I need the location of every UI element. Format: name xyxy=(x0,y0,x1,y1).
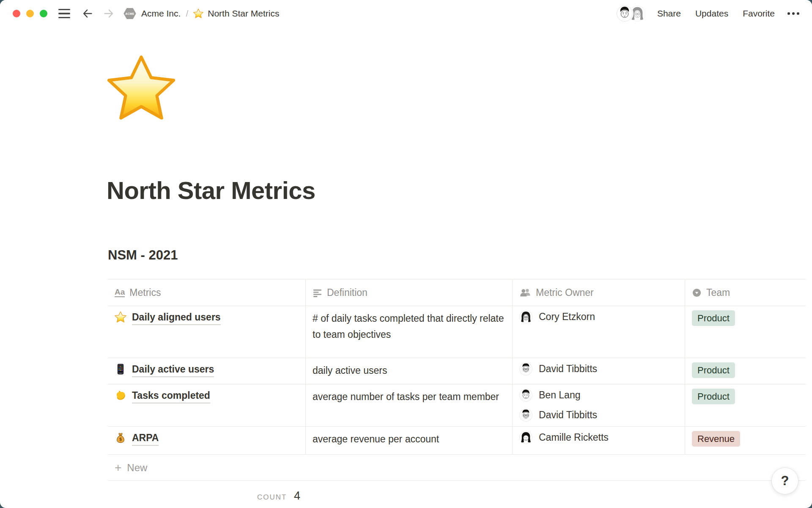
team-tag[interactable]: Revenue xyxy=(692,431,740,447)
metric-page-link[interactable]: ARPA xyxy=(132,431,159,446)
definition-cell[interactable]: # of daily tasks completed that directly… xyxy=(306,306,513,358)
team-cell: Product xyxy=(685,358,806,384)
metric-cell: Daily active users xyxy=(108,358,306,384)
breadcrumb-star-icon xyxy=(193,8,203,19)
person-property-icon xyxy=(519,287,531,298)
back-icon[interactable] xyxy=(81,7,94,20)
help-glyph: ? xyxy=(781,473,789,489)
viewer-avatars[interactable] xyxy=(616,4,646,23)
flexed-biceps-emoji xyxy=(115,389,126,401)
mobile-phone-emoji xyxy=(115,363,126,375)
star-emoji xyxy=(115,311,126,323)
updates-button[interactable]: Updates xyxy=(695,8,728,19)
owner-cell: Ben Lang David Tibbitts xyxy=(513,384,685,426)
team-tag[interactable]: Product xyxy=(692,362,735,378)
table-row: Daily aligned users # of daily tasks com… xyxy=(108,306,806,358)
david-avatar xyxy=(519,409,532,422)
forward-icon[interactable] xyxy=(102,7,115,20)
owner-name: Ben Lang xyxy=(539,389,580,401)
owner-entry[interactable]: David Tibbitts xyxy=(519,409,597,422)
metrics-table: Aa Metrics Definition Metric Owner Team … xyxy=(108,279,806,481)
metric-page-link[interactable]: Daily active users xyxy=(132,362,214,377)
breadcrumb-separator: / xyxy=(186,8,188,19)
owner-cell: Camille Ricketts xyxy=(513,427,685,454)
metric-cell: Tasks completed xyxy=(108,384,306,426)
metric-cell: ARPA xyxy=(108,427,306,454)
paragraph-property-icon xyxy=(313,288,322,298)
breadcrumb-page[interactable]: North Star Metrics xyxy=(208,8,279,19)
breadcrumb-workspace[interactable]: Acme Inc. xyxy=(141,8,181,19)
column-header-metrics[interactable]: Aa Metrics xyxy=(108,279,306,306)
workspace-logo-icon[interactable] xyxy=(123,8,136,19)
viewer-avatar-man[interactable] xyxy=(616,5,634,22)
select-property-icon xyxy=(692,288,702,298)
metric-page-link[interactable]: Daily aligned users xyxy=(132,310,221,325)
column-label: Metric Owner xyxy=(536,287,594,298)
sidebar-menu-icon[interactable] xyxy=(58,9,70,18)
definition-cell[interactable]: average revenue per account xyxy=(306,427,513,454)
david-avatar xyxy=(519,362,532,375)
help-button[interactable]: ? xyxy=(771,467,798,494)
favorite-button[interactable]: Favorite xyxy=(743,8,775,19)
column-label: Definition xyxy=(327,287,368,298)
window-controls xyxy=(13,10,47,17)
close-window-button[interactable] xyxy=(13,10,20,17)
team-tag[interactable]: Product xyxy=(692,389,735,404)
count-label: COUNT xyxy=(257,493,287,501)
cory-avatar xyxy=(519,310,532,323)
owner-name: Camille Ricketts xyxy=(539,432,609,443)
topbar-actions: Share Updates Favorite xyxy=(616,4,799,23)
team-tag[interactable]: Product xyxy=(692,310,735,326)
team-cell: Product xyxy=(685,384,806,426)
owner-entry[interactable]: Ben Lang xyxy=(519,389,580,402)
owner-name: David Tibbitts xyxy=(539,409,597,421)
share-button[interactable]: Share xyxy=(657,8,681,19)
team-cell: Product xyxy=(685,306,806,358)
section-heading[interactable]: NSM - 2021 xyxy=(108,248,178,263)
table-row: ARPA average revenue per account Camille… xyxy=(108,427,806,455)
table-row: Daily active users daily active users Da… xyxy=(108,358,806,384)
text-property-icon: Aa xyxy=(115,288,125,298)
page-icon-star[interactable] xyxy=(107,54,176,123)
new-row-label: New xyxy=(127,462,147,474)
zoom-window-button[interactable] xyxy=(40,10,47,17)
top-bar: Acme Inc. / North Star Metrics Share Upd… xyxy=(0,0,812,27)
metric-cell: Daily aligned users xyxy=(108,306,306,358)
column-label: Metrics xyxy=(129,287,161,298)
ben-avatar xyxy=(519,389,532,402)
column-label: Team xyxy=(706,287,730,298)
column-header-team[interactable]: Team xyxy=(685,279,806,306)
column-header-definition[interactable]: Definition xyxy=(306,279,513,306)
owner-entry[interactable]: David Tibbitts xyxy=(519,362,597,375)
money-bag-emoji xyxy=(115,432,126,444)
minimize-window-button[interactable] xyxy=(26,10,34,17)
page-title[interactable]: North Star Metrics xyxy=(107,177,315,204)
metric-page-link[interactable]: Tasks completed xyxy=(132,389,210,403)
camille-avatar xyxy=(519,431,532,444)
definition-cell[interactable]: daily active users xyxy=(306,358,513,384)
owner-name: David Tibbitts xyxy=(539,363,597,375)
table-footer-count[interactable]: COUNT 4 xyxy=(108,489,300,502)
table-row: Tasks completed average number of tasks … xyxy=(108,384,806,427)
table-header-row: Aa Metrics Definition Metric Owner Team xyxy=(108,279,806,306)
column-header-metric-owner[interactable]: Metric Owner xyxy=(513,279,685,306)
owner-cell: Cory Etzkorn xyxy=(513,306,685,358)
owner-entry[interactable]: Cory Etzkorn xyxy=(519,310,595,323)
notion-window: Acme Inc. / North Star Metrics Share Upd… xyxy=(0,0,812,508)
more-options-icon[interactable] xyxy=(787,12,799,15)
owner-name: Cory Etzkorn xyxy=(539,311,595,323)
team-cell: Revenue xyxy=(685,427,806,454)
count-value: 4 xyxy=(294,489,300,502)
owner-cell: David Tibbitts xyxy=(513,358,685,384)
owner-entry[interactable]: Camille Ricketts xyxy=(519,431,609,444)
plus-icon: + xyxy=(115,462,121,474)
definition-cell[interactable]: average number of tasks per team member xyxy=(306,384,513,426)
add-new-row-button[interactable]: + New xyxy=(108,455,806,481)
